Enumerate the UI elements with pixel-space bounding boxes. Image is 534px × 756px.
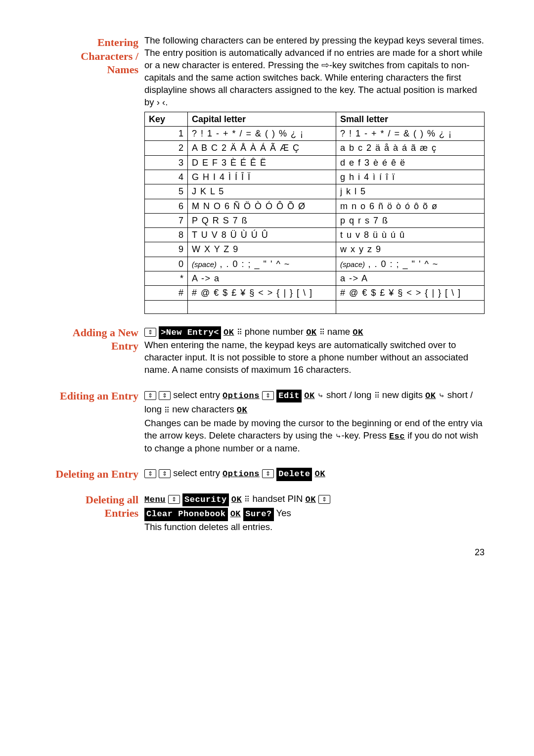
updown-key-icon: ⇕ — [262, 469, 274, 478]
numeric-icon: ⠿ — [319, 326, 325, 338]
deleting-all-paragraph: This function deletes all entries. — [144, 521, 485, 534]
section-heading-deleting: Deleting an Entry — [49, 466, 144, 481]
lcd-ok: OK — [304, 391, 314, 400]
section-heading-adding: Adding a New Entry — [49, 325, 144, 353]
updown-key-icon: ⇕ — [159, 469, 171, 478]
updown-key-icon: ⇕ — [168, 495, 180, 504]
lcd-ok: OK — [237, 405, 247, 415]
numeric-icon: ⠿ — [374, 390, 380, 401]
lcd-ok: OK — [230, 509, 241, 519]
lcd-security: Security — [182, 493, 229, 506]
label-short-long: short / long — [326, 390, 372, 400]
right-arrow-icon: ⤷ — [335, 431, 342, 441]
character-table: Key Capital letter Small letter 1? ! 1 -… — [144, 112, 485, 314]
table-row: *A -> aa -> A — [145, 271, 485, 286]
table-row: ## @ € $ £ ¥ § < > { | } [ \ ]# @ € $ £ … — [145, 286, 485, 300]
section-heading-entering: Entering Characters / Names — [49, 35, 144, 77]
updown-key-icon: ⇕ — [318, 495, 330, 504]
label-new-digits: new digits — [382, 390, 423, 400]
table-row: 2A B C 2 Ä Å À Á Ã Æ Ça b c 2 ä å à á ã … — [145, 141, 485, 155]
lcd-ok: OK — [315, 469, 325, 479]
lcd-ok: OK — [306, 328, 316, 337]
lcd-new-entry: >New Entry< — [159, 326, 221, 339]
right-arrow-icon: ⤷ — [439, 390, 445, 401]
editing-steps: ⇕ ⇕ select entry Options ⇕ Edit OK ⤷ sho… — [144, 388, 485, 417]
label-phone-number: phone number — [245, 326, 304, 337]
label-yes: Yes — [276, 508, 291, 518]
table-row: 4G H I 4 Ì Í Î Ïg h i 4 ì í î ï — [145, 170, 485, 184]
table-row: 5J K L 5j k l 5 — [145, 184, 485, 199]
page-number: 23 — [49, 546, 485, 558]
table-row: 9W X Y Z 9w x y z 9 — [145, 242, 485, 257]
deleting-steps: ⇕ ⇕ select entry Options ⇕ Delete OK — [144, 466, 485, 481]
table-row: 3D E F 3 È É Ê Ëd e f 3 è é ê ë — [145, 155, 485, 170]
col-capital: Capital letter — [188, 112, 336, 126]
deleting-all-steps: Menu ⇕ Security OK ⠿ handset PIN OK ⇕ Cl… — [144, 492, 485, 521]
lcd-edit: Edit — [276, 390, 302, 402]
lcd-options: Options — [222, 391, 260, 400]
label-new-characters: new characters — [172, 404, 234, 414]
section-heading-editing: Editing an Entry — [49, 388, 144, 403]
table-row: 8T U V 8 Ü Ù Ú Ût u v 8 ü ù ú û — [145, 228, 485, 242]
table-row: 1? ! 1 - + * / = & ( ) % ¿ ¡? ! 1 - + * … — [145, 127, 485, 141]
col-small: Small letter — [336, 112, 485, 126]
label-handset-pin: handset PIN — [253, 493, 303, 504]
table-row: 0(space) , . 0 : ; _ " ' ^ ~(space) , . … — [145, 257, 485, 271]
lcd-options: Options — [222, 469, 260, 479]
lcd-ok: OK — [425, 391, 436, 400]
adding-paragraph: When entering the name, the keypad keys … — [144, 339, 485, 376]
updown-key-icon: ⇕ — [159, 391, 171, 400]
lcd-ok: OK — [353, 328, 363, 337]
lcd-ok: OK — [306, 495, 316, 504]
lcd-ok: OK — [231, 495, 242, 504]
label-select-entry: select entry — [173, 390, 220, 400]
table-row: 7P Q R S 7 ßp q r s 7 ß — [145, 213, 485, 227]
col-key: Key — [145, 112, 188, 126]
label-name: name — [327, 326, 350, 337]
updown-key-icon: ⇕ — [144, 469, 156, 478]
right-arrow-icon: ⤷ — [317, 390, 324, 401]
editing-paragraph: Changes can be made by moving the cursor… — [144, 417, 485, 455]
section-heading-deleting-all: Deleting all Entries — [49, 492, 144, 520]
numeric-icon: ⠿ — [237, 326, 242, 338]
numeric-icon: ⠿ — [164, 404, 170, 416]
updown-key-icon: ⇕ — [262, 391, 274, 400]
entering-paragraph: The following characters can be entered … — [144, 35, 485, 109]
lcd-ok: OK — [223, 328, 234, 337]
table-row: 6M N O 6 Ñ Ö Ò Ó Ô Õ Øm n o 6 ñ ö ò ó ô … — [145, 199, 485, 213]
label-select-entry: select entry — [173, 468, 220, 478]
lcd-sure: Sure? — [243, 508, 274, 521]
numeric-icon: ⠿ — [244, 493, 250, 505]
adding-steps: ⇕ >New Entry< OK ⠿ phone number OK ⠿ nam… — [144, 325, 485, 339]
updown-key-icon: ⇕ — [144, 391, 156, 400]
lcd-clear-phonebook: Clear Phonebook — [144, 508, 228, 521]
updown-key-icon: ⇕ — [144, 328, 156, 337]
lcd-delete: Delete — [276, 468, 312, 481]
lcd-menu: Menu — [144, 495, 166, 504]
